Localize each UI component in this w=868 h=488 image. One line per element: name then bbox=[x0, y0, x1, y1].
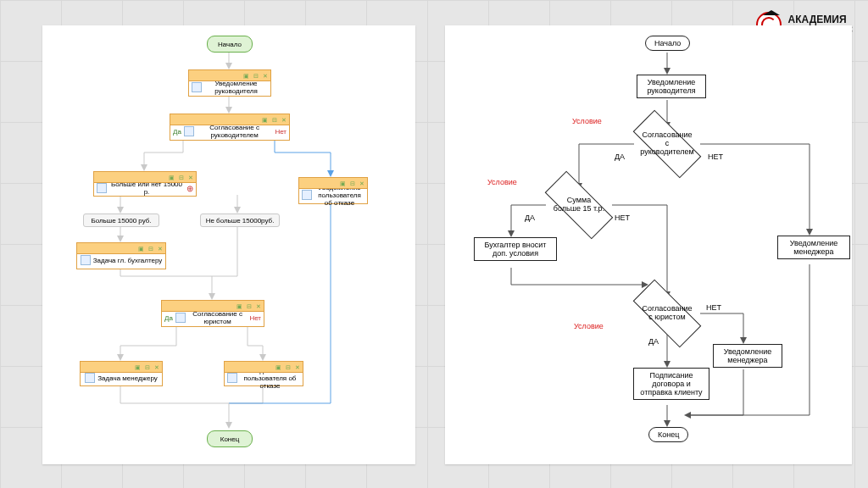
svg-marker-8 bbox=[117, 354, 124, 361]
node-notify-user-reject-2[interactable]: ▣⊟✕ Уведомление пользователя об отказе bbox=[224, 361, 303, 386]
cond-label: Условие bbox=[487, 178, 517, 186]
node-task-accountant[interactable]: ▣⊟✕ Задача гл. бухгалтеру bbox=[76, 242, 166, 269]
node-label: Уведомление руководителя bbox=[204, 80, 268, 95]
task-icon bbox=[81, 255, 91, 265]
gear-icon bbox=[192, 82, 202, 92]
branch-no: Нет bbox=[249, 314, 261, 322]
task-icon bbox=[85, 373, 95, 383]
node-label: Задача гл. бухгалтеру bbox=[93, 257, 163, 264]
svg-marker-19 bbox=[664, 361, 670, 368]
r-notify-mgr: Уведомление менеджера bbox=[777, 236, 850, 259]
svg-marker-20 bbox=[664, 420, 670, 427]
svg-marker-21 bbox=[684, 412, 691, 419]
branch-yes: Да bbox=[173, 128, 181, 136]
r-notify-mgr2: Уведомление менеджера bbox=[713, 344, 782, 368]
node-notify-user-reject[interactable]: ▣⊟✕ Уведомление пользователя об отказе bbox=[298, 177, 368, 204]
svg-marker-11 bbox=[664, 68, 670, 75]
node-approve-head[interactable]: ▣⊟✕ ДаСогласование с руководителемНет bbox=[170, 114, 290, 141]
svg-marker-15 bbox=[508, 230, 515, 237]
mail-icon bbox=[227, 373, 237, 383]
node-label: Согласование с юристом bbox=[188, 310, 248, 325]
no-label: НЕТ bbox=[615, 214, 630, 222]
branch-yes: Да bbox=[164, 314, 173, 322]
node-cond-15000[interactable]: ▣⊟✕ Больше или нет 15000 р.⊕ bbox=[93, 171, 197, 197]
r-approve-law: Согласование с юристом bbox=[634, 298, 700, 329]
cond-label: Условие bbox=[574, 322, 604, 330]
svg-marker-18 bbox=[740, 337, 747, 344]
svg-marker-4 bbox=[117, 207, 124, 214]
r-acc-add: Бухгалтер вносит доп. условия bbox=[474, 237, 557, 261]
workflow-editor-panel: Начало ▣⊟✕ Уведомление руководителя ▣⊟✕ … bbox=[42, 25, 415, 464]
r-end: Конец bbox=[648, 427, 688, 442]
svg-marker-6 bbox=[117, 236, 124, 242]
cond-label: Условие bbox=[572, 117, 602, 125]
node-start[interactable]: Начало bbox=[207, 36, 253, 53]
cond-icon bbox=[97, 183, 107, 193]
svg-marker-14 bbox=[806, 229, 813, 236]
node-approve-lawyer[interactable]: ▣⊟✕ ДаСогласование с юристомНет bbox=[161, 300, 264, 327]
node-label: Согласование с руководителем bbox=[197, 124, 273, 139]
node-label: Задача менеджеру bbox=[97, 374, 158, 382]
mail-icon bbox=[302, 190, 312, 200]
doc-icon bbox=[184, 126, 194, 136]
r-sum15: Сумма больше 15 т.р. bbox=[546, 190, 612, 220]
r-sign: Подписание договора и отправка клиенту bbox=[633, 368, 709, 400]
r-approve-head: Согласование с руководителем bbox=[634, 129, 700, 159]
node-notify-head[interactable]: ▣⊟✕ Уведомление руководителя bbox=[188, 69, 271, 97]
branch-notmore[interactable]: Не больше 15000руб. bbox=[200, 214, 280, 227]
svg-marker-5 bbox=[234, 207, 241, 214]
no-label: НЕТ bbox=[708, 152, 723, 161]
svg-marker-10 bbox=[225, 422, 232, 429]
r-start: Начало bbox=[645, 36, 690, 51]
plus-icon[interactable]: ⊕ bbox=[186, 184, 193, 193]
branch-no: Нет bbox=[275, 128, 287, 136]
node-task-manager[interactable]: ▣⊟✕ Задача менеджеру bbox=[80, 361, 163, 386]
r-notify-head: Уведомление руководителя bbox=[637, 75, 706, 98]
yes-label: ДА bbox=[615, 152, 625, 161]
branch-more[interactable]: Больше 15000 руб. bbox=[83, 214, 159, 227]
no-label: НЕТ bbox=[706, 303, 721, 312]
doc-icon bbox=[175, 313, 186, 323]
node-end[interactable]: Конец bbox=[207, 430, 253, 447]
yes-label: ДА bbox=[648, 337, 659, 346]
flowchart-panel: Начало Уведомление руководителя Согласов… bbox=[445, 25, 852, 464]
yes-label: ДА bbox=[525, 214, 535, 222]
